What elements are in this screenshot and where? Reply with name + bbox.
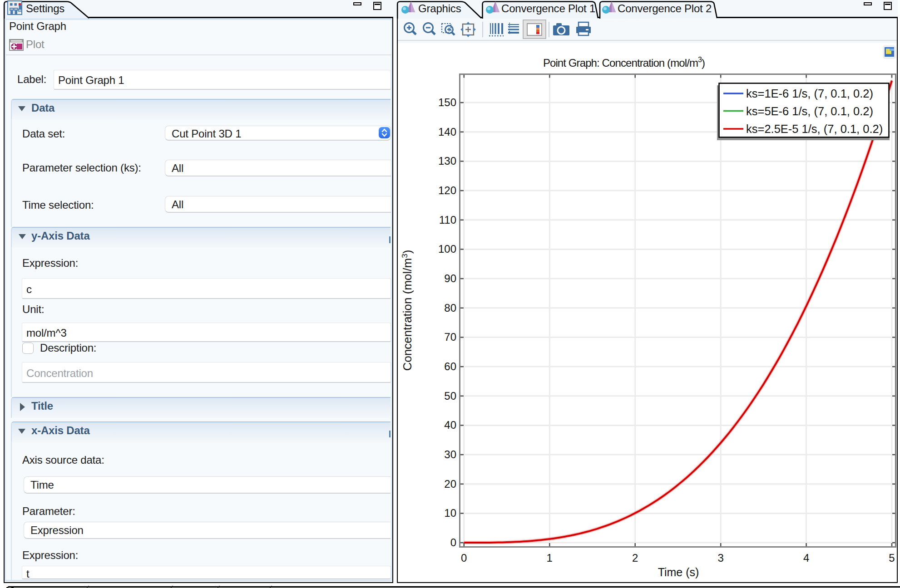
svg-text:150: 150 (438, 96, 456, 108)
svg-text:60: 60 (444, 360, 456, 372)
svg-text:120: 120 (438, 184, 456, 196)
svg-text:140: 140 (438, 126, 456, 138)
svg-text:3: 3 (718, 552, 724, 564)
svg-text:90: 90 (444, 272, 456, 284)
svg-text:Concentration (mol/m3): Concentration (mol/m3) (401, 250, 414, 371)
svg-text:110: 110 (439, 214, 456, 226)
svg-text:2: 2 (632, 552, 638, 564)
svg-text:130: 130 (438, 155, 456, 167)
svg-text:30: 30 (444, 448, 456, 461)
svg-text:70: 70 (444, 331, 456, 343)
svg-text:80: 80 (444, 302, 456, 314)
svg-text:Point Graph: Concentration (mo: Point Graph: Concentration (mol/m3) (543, 56, 705, 69)
svg-text:ks=2.5E-5 1/s, (7, 0.1, 0.2): ks=2.5E-5 1/s, (7, 0.1, 0.2) (746, 122, 883, 135)
svg-text:Time (s): Time (s) (658, 566, 699, 578)
svg-text:ks=1E-6 1/s, (7, 0.1, 0.2): ks=1E-6 1/s, (7, 0.1, 0.2) (746, 87, 873, 100)
svg-text:ks=5E-6 1/s, (7, 0.1, 0.2): ks=5E-6 1/s, (7, 0.1, 0.2) (746, 105, 873, 118)
svg-text:0: 0 (461, 552, 467, 564)
svg-text:20: 20 (444, 478, 456, 490)
svg-text:100: 100 (438, 243, 456, 255)
svg-text:0: 0 (450, 536, 456, 549)
svg-text:4: 4 (803, 552, 809, 564)
svg-text:1: 1 (547, 552, 553, 564)
svg-text:40: 40 (444, 419, 456, 431)
svg-text:5: 5 (889, 552, 895, 564)
svg-text:10: 10 (444, 507, 456, 519)
svg-text:50: 50 (444, 390, 456, 402)
